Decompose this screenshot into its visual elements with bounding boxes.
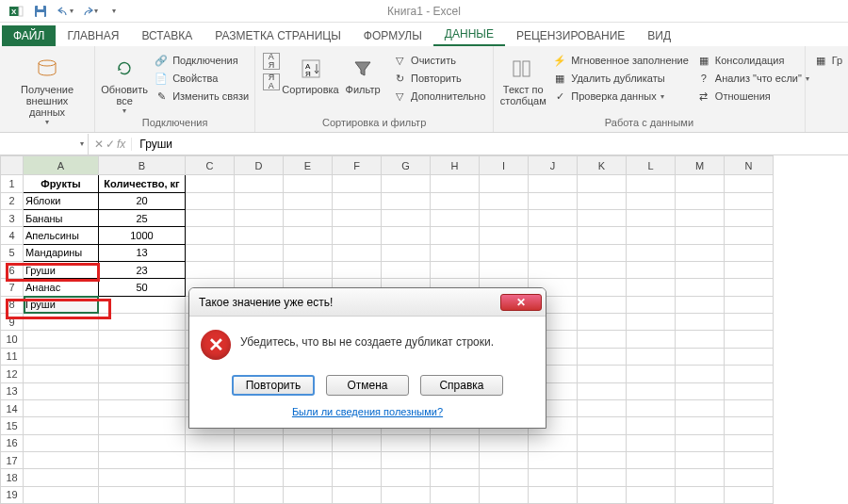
cell[interactable] (480, 486, 529, 503)
cell[interactable] (431, 451, 480, 468)
cell[interactable] (284, 486, 333, 503)
cell[interactable] (480, 227, 529, 244)
cell[interactable] (382, 486, 431, 503)
cell[interactable] (725, 399, 774, 416)
col-header-C[interactable]: C (186, 156, 235, 175)
cell[interactable] (382, 244, 431, 261)
cell[interactable] (24, 348, 99, 365)
cell-B5[interactable]: 13 (99, 244, 186, 261)
col-header-M[interactable]: M (676, 156, 725, 175)
cell[interactable] (676, 279, 725, 296)
row-header[interactable]: 5 (1, 244, 24, 261)
cell[interactable] (529, 434, 578, 451)
cell[interactable] (529, 262, 578, 279)
cell[interactable] (382, 262, 431, 279)
cell[interactable] (578, 262, 627, 279)
row-header[interactable]: 7 (1, 279, 24, 296)
cancel-edit-icon[interactable]: ✕ (94, 138, 104, 151)
cell[interactable] (627, 434, 676, 451)
cell[interactable] (676, 296, 725, 313)
cell[interactable] (627, 262, 676, 279)
cell[interactable] (99, 331, 186, 348)
cell[interactable] (627, 175, 676, 192)
row-header[interactable]: 2 (1, 192, 24, 209)
sort-asc-button[interactable]: АЯ (261, 52, 282, 71)
cell[interactable] (578, 486, 627, 503)
cell[interactable] (578, 451, 627, 468)
cell[interactable] (578, 314, 627, 331)
cell[interactable] (99, 382, 186, 399)
cell[interactable] (24, 486, 99, 503)
row-header[interactable]: 8 (1, 296, 24, 313)
cell-B8[interactable] (99, 296, 186, 313)
col-header-G[interactable]: G (382, 156, 431, 175)
cell[interactable] (578, 331, 627, 348)
advanced-filter-button[interactable]: ▽Дополнительно (390, 88, 487, 105)
cell[interactable] (24, 331, 99, 348)
cell[interactable] (99, 417, 186, 434)
cell[interactable] (284, 210, 333, 227)
cell[interactable] (627, 296, 676, 313)
cell[interactable] (480, 192, 529, 209)
cell[interactable] (431, 175, 480, 192)
cell[interactable] (578, 417, 627, 434)
cell[interactable] (431, 486, 480, 503)
cell[interactable] (725, 366, 774, 382)
cell[interactable] (529, 451, 578, 468)
cell[interactable] (333, 469, 382, 486)
cell[interactable] (431, 227, 480, 244)
tab-data[interactable]: ДАННЫЕ (433, 24, 505, 46)
cell-A5[interactable]: Мандарины (24, 244, 99, 261)
cell[interactable] (284, 175, 333, 192)
consolidate-button[interactable]: ▦Консолидация (694, 52, 811, 69)
cell[interactable] (676, 399, 725, 416)
cell[interactable] (99, 451, 186, 468)
cell[interactable] (627, 314, 676, 331)
cell[interactable] (578, 192, 627, 209)
cell[interactable] (382, 227, 431, 244)
col-header-N[interactable]: N (725, 156, 774, 175)
cell[interactable] (333, 486, 382, 503)
row-header[interactable]: 10 (1, 331, 24, 348)
cell[interactable] (24, 366, 99, 382)
cell[interactable] (480, 434, 529, 451)
tab-home[interactable]: ГЛАВНАЯ (56, 25, 130, 46)
dialog-close-button[interactable]: ✕ (500, 294, 542, 311)
help-button[interactable]: Справка (420, 375, 503, 396)
col-header-D[interactable]: D (235, 156, 284, 175)
cell[interactable] (235, 192, 284, 209)
cell[interactable] (725, 331, 774, 348)
cell[interactable] (333, 244, 382, 261)
cell-B4[interactable]: 1000 (99, 227, 186, 244)
cell[interactable] (627, 486, 676, 503)
fx-icon[interactable]: fx (117, 138, 125, 151)
cell[interactable] (627, 366, 676, 382)
cell[interactable] (578, 382, 627, 399)
reapply-button[interactable]: ↻Повторить (390, 70, 487, 87)
cell[interactable] (725, 296, 774, 313)
cell[interactable] (333, 451, 382, 468)
cell[interactable] (627, 399, 676, 416)
properties-button[interactable]: 📄Свойства (152, 70, 251, 87)
cell[interactable] (382, 210, 431, 227)
relationships-button[interactable]: ⇄Отношения (694, 88, 811, 105)
row-header[interactable]: 3 (1, 210, 24, 227)
cell[interactable] (284, 244, 333, 261)
cell[interactable] (382, 192, 431, 209)
cell[interactable] (235, 175, 284, 192)
row-header[interactable]: 14 (1, 399, 24, 416)
tab-insert[interactable]: ВСТАВКА (130, 25, 204, 46)
qat-customize-icon[interactable]: ▾ (104, 2, 124, 21)
cell[interactable] (333, 262, 382, 279)
cell-A3[interactable]: Бананы (24, 210, 99, 227)
cell[interactable] (24, 417, 99, 434)
get-external-data-button[interactable]: Получение внешних данных▾ (6, 52, 89, 128)
cell[interactable] (529, 192, 578, 209)
cell-A1[interactable]: Фрукты (24, 175, 99, 192)
edit-links-button[interactable]: ✎Изменить связи (152, 88, 251, 105)
cell[interactable] (186, 486, 235, 503)
cell[interactable] (627, 192, 676, 209)
group-button[interactable]: ▦Гр (811, 52, 844, 69)
cell[interactable] (99, 399, 186, 416)
cell[interactable] (431, 262, 480, 279)
